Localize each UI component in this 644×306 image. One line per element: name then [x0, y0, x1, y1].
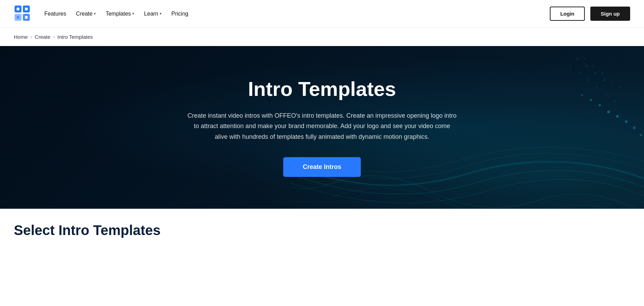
templates-link[interactable]: Templates ▾ [106, 11, 134, 17]
svg-rect-6 [17, 16, 19, 19]
breadcrumb-current: Intro Templates [57, 34, 93, 40]
svg-point-19 [603, 79, 605, 81]
svg-point-24 [619, 87, 621, 88]
breadcrumb: Home › Create › Intro Templates [0, 28, 644, 46]
nav-item-templates[interactable]: Templates ▾ [106, 11, 134, 17]
svg-point-18 [594, 72, 596, 74]
svg-point-17 [585, 65, 587, 67]
svg-point-30 [614, 101, 616, 102]
login-button[interactable]: Login [550, 7, 585, 21]
svg-rect-5 [25, 8, 28, 10]
svg-rect-7 [25, 16, 28, 19]
svg-point-15 [581, 94, 583, 96]
logo[interactable] [14, 5, 32, 23]
nav-item-learn[interactable]: Learn ▾ [144, 11, 162, 17]
chevron-down-icon: ▾ [160, 11, 162, 16]
svg-point-27 [588, 79, 589, 81]
svg-point-10 [625, 120, 628, 123]
breadcrumb-sep-2: › [53, 34, 54, 39]
navbar-left: Features Create ▾ Templates ▾ Learn ▾ [14, 5, 188, 23]
svg-point-22 [602, 72, 603, 74]
svg-point-13 [599, 104, 601, 106]
breadcrumb-home[interactable]: Home [14, 34, 28, 40]
below-hero-section: Select Intro Templates [0, 209, 644, 238]
chevron-down-icon: ▾ [132, 11, 134, 16]
breadcrumb-sep-1: › [30, 34, 32, 39]
pricing-link[interactable]: Pricing [171, 11, 188, 17]
navbar: Features Create ▾ Templates ▾ Learn ▾ [0, 0, 644, 28]
learn-link[interactable]: Learn ▾ [144, 11, 162, 17]
svg-point-11 [633, 126, 636, 129]
create-intros-button[interactable]: Create Intros [283, 157, 360, 177]
breadcrumb-create[interactable]: Create [35, 34, 50, 40]
nav-item-features[interactable]: Features [44, 11, 66, 17]
svg-point-20 [584, 58, 585, 60]
nav-item-pricing[interactable]: Pricing [171, 11, 188, 17]
svg-point-23 [610, 79, 612, 81]
svg-point-25 [570, 65, 571, 66]
create-link[interactable]: Create ▾ [76, 11, 96, 17]
svg-point-9 [616, 115, 619, 118]
svg-point-12 [640, 134, 642, 136]
svg-point-21 [593, 65, 594, 66]
hero-description: Create instant video intros with OFFEO's… [187, 110, 457, 142]
svg-point-8 [607, 110, 610, 113]
hero-section: Intro Templates Create instant video int… [0, 46, 644, 209]
svg-point-14 [590, 99, 592, 101]
svg-point-16 [577, 58, 579, 60]
nav-links: Features Create ▾ Templates ▾ Learn ▾ [44, 11, 188, 17]
features-link[interactable]: Features [44, 11, 66, 17]
navbar-right: Login Sign up [550, 7, 630, 21]
signup-button[interactable]: Sign up [590, 7, 630, 21]
svg-rect-4 [17, 8, 19, 10]
hero-title: Intro Templates [187, 78, 457, 100]
chevron-down-icon: ▾ [94, 11, 96, 16]
svg-point-28 [597, 87, 598, 88]
section-title: Select Intro Templates [14, 223, 630, 238]
nav-item-create[interactable]: Create ▾ [76, 11, 96, 17]
svg-point-29 [605, 93, 607, 95]
svg-point-26 [579, 72, 580, 74]
hero-content: Intro Templates Create instant video int… [173, 78, 471, 177]
